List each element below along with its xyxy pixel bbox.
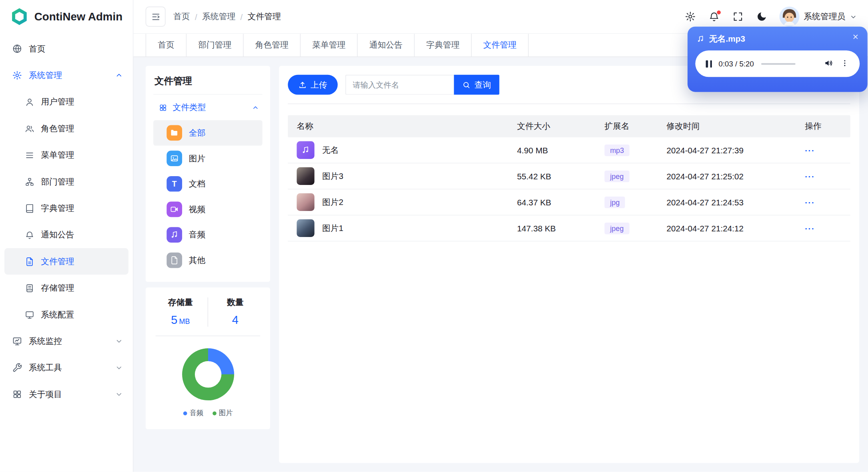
query-button[interactable]: 查询 — [454, 75, 499, 95]
tab-departments[interactable]: 部门管理 — [186, 34, 243, 56]
table-header: 名称 文件大小 扩展名 修改时间 操作 — [288, 115, 850, 137]
column-size: 文件大小 — [517, 121, 605, 131]
ext-badge: jpeg — [605, 170, 629, 182]
sidebar-item-users[interactable]: 用户管理 — [4, 88, 128, 115]
row-actions-button[interactable]: ··· — [805, 145, 815, 155]
file-icon — [25, 257, 34, 266]
file-thumbnail — [297, 167, 314, 185]
breadcrumb-home[interactable]: 首页 — [173, 11, 190, 22]
file-size: 4.90 MB — [517, 145, 605, 155]
chevron-up-icon — [252, 104, 259, 111]
document-icon: T — [166, 176, 182, 192]
chevron-down-icon — [850, 13, 857, 20]
tab-menus[interactable]: 菜单管理 — [301, 34, 357, 56]
chevron-up-icon — [115, 71, 123, 79]
ext-badge: jpg — [605, 196, 625, 208]
notifications-button[interactable] — [708, 10, 720, 22]
grid-icon — [159, 103, 167, 112]
user-menu[interactable]: 系统管理员 — [780, 7, 857, 27]
file-type-image[interactable]: 图片 — [153, 146, 263, 171]
tab-roles[interactable]: 角色管理 — [244, 34, 301, 56]
sidebar-item-notices[interactable]: 通知公告 — [4, 221, 128, 248]
sidebar: ContiNew Admin 首页 系统管理 用户管理 — [0, 0, 133, 472]
bell-icon — [25, 230, 34, 240]
tab-home[interactable]: 首页 — [146, 34, 186, 56]
file-size: 64.37 KB — [517, 197, 605, 207]
breadcrumb: 首页 / 系统管理 / 文件管理 — [173, 11, 281, 22]
tab-notices[interactable]: 通知公告 — [358, 34, 415, 56]
panel-title: 文件管理 — [153, 74, 263, 95]
breadcrumb-system[interactable]: 系统管理 — [202, 11, 235, 22]
legend-dot-image — [212, 412, 216, 416]
app-logo[interactable]: ContiNew Admin — [0, 0, 133, 33]
avatar — [780, 7, 800, 27]
avatar-image — [780, 7, 800, 27]
sidebar-group-about[interactable]: 关于项目 — [4, 381, 128, 408]
sidebar-item-dictionary[interactable]: 字典管理 — [4, 195, 128, 221]
file-thumbnail — [297, 193, 314, 211]
file-type-donut — [182, 348, 234, 400]
music-note-icon — [696, 35, 705, 43]
apps-grid-icon — [12, 389, 22, 399]
sidebar-item-home[interactable]: 首页 — [4, 36, 128, 62]
table-row[interactable]: 图片2 64.37 KB jpg 2024-04-27 21:24:53 ··· — [288, 189, 850, 215]
file-size: 55.42 KB — [517, 171, 605, 181]
file-time: 2024-04-27 21:24:12 — [666, 223, 805, 233]
monitor-icon — [25, 310, 34, 319]
logo-icon — [10, 7, 29, 26]
file-type-other[interactable]: 其他 — [153, 247, 263, 273]
sidebar-item-config[interactable]: 系统配置 — [4, 301, 128, 328]
home-icon — [12, 44, 22, 54]
folder-icon — [166, 125, 182, 141]
sidebar-item-menus[interactable]: 菜单管理 — [4, 142, 128, 168]
player-progress-bar[interactable] — [761, 63, 796, 64]
book-icon — [25, 203, 34, 213]
file-type-video[interactable]: 视频 — [153, 197, 263, 222]
column-time: 修改时间 — [666, 121, 805, 131]
search-input[interactable] — [345, 75, 454, 95]
sidebar-item-roles[interactable]: 角色管理 — [4, 115, 128, 142]
row-actions-button[interactable]: ··· — [805, 223, 815, 233]
storage-stat: 存储量 5MB — [153, 297, 208, 327]
audio-player-popup: 无名.mp3 0:03 / 5:20 — [688, 26, 868, 92]
sidebar-item-files[interactable]: 文件管理 — [4, 248, 128, 275]
player-time: 0:03 / 5:20 — [719, 60, 754, 68]
gear-icon — [12, 70, 22, 80]
file-size: 147.38 KB — [517, 223, 605, 233]
tab-dictionary[interactable]: 字典管理 — [415, 34, 471, 56]
sidebar-collapse-button[interactable] — [146, 7, 166, 27]
fullscreen-button[interactable] — [732, 10, 744, 22]
sidebar-group-monitor[interactable]: 系统监控 — [4, 328, 128, 354]
player-controls: 0:03 / 5:20 — [695, 50, 860, 77]
settings-button[interactable] — [684, 10, 696, 22]
username-label: 系统管理员 — [804, 11, 846, 22]
row-actions-button[interactable]: ··· — [805, 197, 815, 207]
file-icon — [166, 253, 182, 268]
file-name: 图片3 — [322, 171, 343, 181]
volume-button[interactable] — [824, 58, 835, 69]
file-type-all[interactable]: 全部 — [153, 120, 263, 146]
table-row[interactable]: 图片1 147.38 KB jpeg 2024-04-27 21:24:12 ·… — [288, 215, 850, 241]
wrench-icon — [12, 363, 22, 373]
dark-mode-button[interactable] — [756, 10, 768, 22]
sidebar-group-system[interactable]: 系统管理 — [4, 62, 128, 88]
sidebar-group-tools[interactable]: 系统工具 — [4, 354, 128, 381]
kebab-menu-button[interactable] — [840, 59, 850, 69]
table-row[interactable]: 图片3 55.42 KB jpeg 2024-04-27 21:25:02 ··… — [288, 163, 850, 189]
chevron-down-icon — [115, 337, 123, 345]
sidebar-item-storage[interactable]: 存储管理 — [4, 275, 128, 301]
table-row[interactable]: 无名 4.90 MB mp3 2024-04-27 21:27:39 ··· — [288, 137, 850, 163]
row-actions-button[interactable]: ··· — [805, 171, 815, 181]
close-icon[interactable] — [852, 33, 861, 42]
pause-button[interactable] — [705, 59, 713, 68]
file-type-root[interactable]: 文件类型 — [153, 95, 263, 121]
archive-icon — [25, 283, 34, 293]
file-type-audio[interactable]: 音频 — [153, 222, 263, 248]
tab-files[interactable]: 文件管理 — [472, 34, 529, 56]
ext-badge: jpeg — [605, 222, 629, 234]
sidebar-item-departments[interactable]: 部门管理 — [4, 169, 128, 195]
upload-button[interactable]: 上传 — [288, 75, 337, 95]
breadcrumb-separator: / — [195, 12, 197, 22]
count-value: 4 — [208, 313, 263, 327]
file-type-document[interactable]: T 文档 — [153, 171, 263, 197]
